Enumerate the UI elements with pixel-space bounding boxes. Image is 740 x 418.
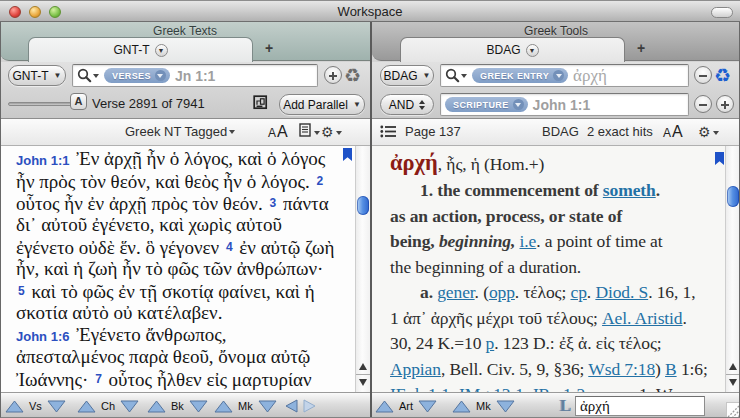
left-new-tab-button[interactable]: + — [260, 39, 278, 57]
prev-mark-button[interactable] — [214, 400, 233, 413]
hyperlink[interactable]: Wsd 7:18 — [588, 359, 655, 379]
left-scrollbar[interactable] — [355, 146, 370, 392]
text-line: 5 καὶ τὸ φῶς ἐν τῇ σκοτίᾳ φαίνει, καὶ ἡ — [16, 280, 348, 302]
greek-entry-token[interactable]: GREEK ENTRY — [472, 68, 568, 83]
resize-grip[interactable] — [726, 402, 740, 418]
add-scripture-row-button[interactable] — [716, 95, 734, 113]
text-display-popup[interactable]: Greek NT Tagged — [125, 124, 235, 139]
hyperlink[interactable]: cp — [594, 384, 610, 392]
remove-scripture-row-button[interactable] — [694, 95, 712, 113]
display-settings-icon[interactable] — [299, 123, 320, 140]
right-scrollbar-thumb[interactable] — [727, 186, 739, 207]
hyperlink[interactable]: cp — [570, 282, 586, 302]
hyperlink[interactable]: someth — [603, 180, 656, 200]
left-tab-gnt[interactable]: GNT-T ▼ — [28, 37, 253, 62]
prev-book-button[interactable] — [147, 400, 166, 413]
next-chapter-button[interactable] — [120, 400, 139, 413]
amplify-icon-active[interactable]: ♻ — [714, 66, 731, 85]
history-back-button[interactable] — [285, 399, 298, 413]
search-icon[interactable] — [445, 68, 467, 83]
scroll-up-icon[interactable] — [359, 363, 367, 370]
left-tab-dropdown[interactable]: ▼ — [155, 44, 168, 57]
next-verse-button[interactable] — [47, 400, 66, 413]
text-segment: . ( — [475, 282, 489, 302]
window-title: Workspace — [0, 4, 740, 19]
next-mark-button[interactable] — [496, 400, 515, 413]
scroll-down-icon[interactable] — [729, 379, 737, 386]
hyperlink[interactable]: IEph 1:1 — [390, 384, 450, 392]
scroll-up-icon[interactable] — [729, 363, 737, 370]
text-size-slider-thumb[interactable]: A — [70, 93, 87, 110]
hyperlink[interactable]: i.e — [520, 231, 537, 251]
prev-mark-button[interactable] — [452, 400, 471, 413]
text-segment: πάντα — [278, 193, 328, 214]
hyperlink[interactable]: p — [486, 333, 495, 353]
prev-article-button[interactable] — [375, 400, 394, 413]
text-segment: , Bell. Civ. 5, 9, §36; — [441, 359, 588, 379]
text-line: ἦν, καὶ ἡ ζωὴ ἦν τὸ φῶς τῶν ἀνθρώπων· — [16, 258, 348, 280]
next-book-button[interactable] — [189, 400, 208, 413]
right-tab-bdag[interactable]: BDAG ▼ — [400, 37, 625, 62]
next-article-button[interactable] — [418, 400, 437, 413]
bookmark-icon[interactable] — [343, 148, 352, 161]
amplify-icon[interactable]: ♻ — [344, 66, 361, 85]
right-scrollbar-buttons[interactable] — [726, 363, 740, 386]
add-search-row-button[interactable] — [324, 66, 342, 84]
combine-popup[interactable]: AND — [380, 94, 434, 115]
text-size-slider[interactable] — [8, 102, 78, 106]
left-module-popup[interactable]: GNT-T▼ — [8, 65, 66, 86]
panes-icon[interactable] — [253, 95, 268, 114]
bookmark-icon[interactable] — [715, 152, 724, 165]
gear-icon[interactable]: ⚙ — [321, 124, 342, 140]
left-search-field[interactable]: VERSES Jn 1:1 — [72, 64, 318, 87]
hyperlink[interactable]: IRo 1:2 — [533, 384, 585, 392]
lookup-input[interactable]: ἀρχή — [575, 396, 705, 416]
scripture-value: John 1:1 — [533, 97, 591, 113]
increase-font-button[interactable]: A — [672, 123, 684, 140]
text-segment: οὗτος ἦλθεν εἰς μαρτυρίαν — [104, 369, 312, 390]
hyperlink[interactable]: IMg 13:1 — [459, 384, 524, 392]
outline-icon[interactable] — [380, 125, 397, 141]
search-icon[interactable] — [77, 68, 99, 83]
greek-entry-field[interactable]: GREEK ENTRY ἀρχή — [440, 64, 689, 87]
scripture-field[interactable]: SCRIPTURE John 1:1 — [440, 93, 689, 116]
text-segment: καὶ τὸ φῶς ἐν τῇ σκοτίᾳ φαίνει, καὶ ἡ — [27, 281, 315, 302]
font-size-buttons[interactable]: AA — [268, 123, 289, 141]
prev-chapter-button[interactable] — [77, 400, 96, 413]
hyperlink[interactable]: B — [665, 359, 677, 379]
right-new-tab-button[interactable]: + — [632, 39, 650, 57]
decrease-font-button[interactable]: A — [663, 126, 672, 140]
font-size-buttons[interactable]: AA — [663, 123, 684, 141]
text-segment: ) — [655, 359, 665, 379]
gear-icon[interactable]: ⚙ — [698, 124, 719, 140]
left-text-content[interactable]: John 1:1Ἐν ἀρχῇ ἦν ὁ λόγος, καὶ ὁ λόγοςἦ… — [0, 146, 370, 392]
prev-verse-button[interactable] — [5, 400, 24, 413]
hyperlink[interactable]: opp — [489, 282, 515, 302]
right-text-content[interactable]: ἀρχή, ἧς, ἡ (Hom.+)1. the commencement o… — [372, 146, 740, 392]
hyperlink[interactable]: Diod. S — [595, 282, 648, 302]
scripture-token[interactable]: SCRIPTURE — [445, 97, 528, 112]
decrease-font-button[interactable]: A — [268, 126, 277, 140]
next-mark-button[interactable] — [258, 400, 277, 413]
right-module-popup[interactable]: BDAG▼ — [380, 65, 434, 86]
right-tab-dropdown[interactable]: ▼ — [526, 44, 539, 57]
add-parallel-button[interactable]: Add Parallel▼ — [279, 94, 365, 115]
toolbar-toggle-button[interactable] — [711, 7, 733, 18]
history-forward-button[interactable] — [303, 399, 316, 413]
hyperlink[interactable]: Ael. Aristid — [602, 308, 682, 328]
text-segment: the beginning of a duration. — [390, 257, 581, 277]
right-scrollbar[interactable] — [725, 146, 740, 392]
down-arrow-icon — [419, 106, 425, 110]
hyperlink[interactable]: Appian — [390, 359, 441, 379]
greek-entry-value: ἀρχή — [573, 66, 607, 86]
left-scrollbar-buttons[interactable] — [356, 363, 370, 386]
window-titlebar[interactable]: Workspace — [0, 0, 740, 22]
scroll-down-icon[interactable] — [359, 379, 367, 386]
left-scrollbar-thumb[interactable] — [357, 196, 369, 215]
verses-token[interactable]: VERSES — [104, 68, 170, 83]
remove-entry-row-button[interactable] — [694, 66, 712, 84]
increase-font-button[interactable]: A — [277, 123, 289, 140]
left-zone-chrome: Greek Texts + GNT-T ▼ — [0, 22, 370, 61]
text-line: Appian, Bell. Civ. 5, 9, §36; Wsd 7:18) … — [390, 357, 706, 383]
hyperlink[interactable]: gener — [437, 282, 474, 302]
